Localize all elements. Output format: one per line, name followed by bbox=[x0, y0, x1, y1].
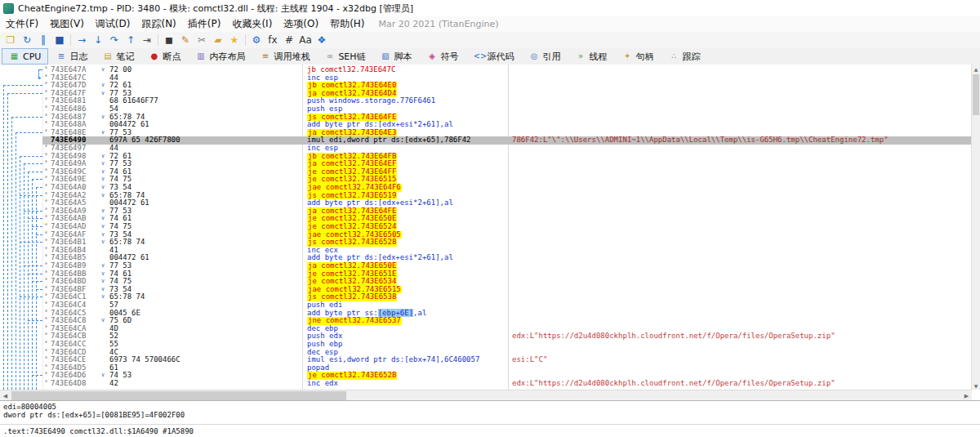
instruction-dot bbox=[45, 254, 47, 256]
disasm-row[interactable]: 743E64A5004472 61add byte ptr ds:[edx+es… bbox=[0, 199, 972, 207]
tab-threads[interactable]: »线程 bbox=[568, 48, 615, 65]
tab-source[interactable]: <>源代码 bbox=[466, 48, 522, 65]
disasm-row[interactable]: 743E647A∨72 00jb comctl32.743E647C bbox=[0, 66, 972, 74]
menu-trace[interactable]: 跟踪(N) bbox=[136, 16, 181, 32]
strings-az-icon: Aa bbox=[299, 34, 312, 46]
disasm-row[interactable]: 743E64B9∨77 53ja comctl32.743E650E bbox=[0, 262, 972, 270]
notes-pencil-button[interactable]: ✎ bbox=[177, 33, 194, 47]
menu-options[interactable]: 选项(O) bbox=[278, 16, 324, 32]
disasm-row[interactable]: 743E648168 61646F77push windows.storage.… bbox=[0, 97, 972, 105]
bytes-cell: 6973 74 5700466C bbox=[109, 356, 180, 364]
stop-button[interactable]: ■ bbox=[51, 33, 68, 47]
tab-seh[interactable]: ∞SEH链 bbox=[317, 48, 372, 65]
menu-debug[interactable]: 调试(D) bbox=[90, 16, 136, 32]
scroll-down-icon[interactable]: ▼ bbox=[972, 381, 980, 390]
menu-favourites[interactable]: 收藏夹(I) bbox=[226, 16, 278, 32]
step-over-button[interactable]: ↷ bbox=[106, 33, 122, 47]
disasm-row[interactable]: 743E64C1∨65:78 74js comctl32.743E6538 bbox=[0, 293, 972, 301]
menu-help[interactable]: 帮助(H) bbox=[324, 16, 370, 32]
disasm-row[interactable]: 743E64D842inc edxedx:L"https://d2u4d080c… bbox=[0, 380, 972, 388]
patches-icon: ▰ bbox=[214, 34, 221, 46]
favourites-button[interactable]: ★ bbox=[226, 33, 243, 47]
disasm-row[interactable]: 743E648A004472 61add byte ptr ds:[edx+es… bbox=[0, 121, 972, 129]
run-to-user-code-button[interactable]: ⇥ bbox=[139, 33, 155, 47]
calculator-fx-button[interactable]: fx bbox=[265, 33, 281, 47]
instruction-dot bbox=[45, 153, 47, 155]
vertical-scrollbar-thumb[interactable] bbox=[973, 74, 979, 115]
menu-items: 文件(F)视图(V)调试(D)跟踪(N)插件(P)收藏夹(I)选项(O)帮助(H… bbox=[0, 16, 371, 32]
disasm-row[interactable]: 743E6490697A 65 426F7800imul edi,dword p… bbox=[0, 136, 972, 145]
disasm-row[interactable]: 743E649E∨74 75je comctl32.743E6515 bbox=[0, 176, 972, 184]
disasm-row[interactable]: 743E648654push esp bbox=[0, 105, 972, 114]
appearance-window-button[interactable]: ❖ bbox=[314, 33, 330, 47]
disassembly-view[interactable]: ▶ 743E647A∨72 00jb comctl32.743E647C743E… bbox=[0, 65, 972, 390]
patches-button[interactable]: ▰ bbox=[210, 33, 226, 47]
calculator-fx-icon: fx bbox=[268, 34, 277, 46]
tab-cpu[interactable]: ▦CPU bbox=[2, 48, 48, 65]
tab-trace[interactable]: ∴跟踪 bbox=[662, 48, 708, 65]
disasm-row[interactable]: 743E64D561popad bbox=[0, 364, 972, 372]
snip-icon: ✂ bbox=[198, 34, 206, 46]
tab-symbols[interactable]: ◈符号 bbox=[420, 48, 466, 65]
snip-button[interactable]: ✂ bbox=[194, 33, 210, 47]
pause-button[interactable]: ‖ bbox=[35, 33, 51, 47]
breakpoint-hash-button[interactable]: # bbox=[281, 33, 297, 47]
disasm-row[interactable]: 743E64AD∨74 75je comctl32.743E6524 bbox=[0, 223, 972, 231]
address-cell: 743E64D8 bbox=[51, 380, 86, 388]
disasm-row[interactable]: 743E64C457push edi bbox=[0, 301, 972, 310]
disasm-row[interactable]: 743E649A∨77 53ja comctl32.743E64EF bbox=[0, 160, 972, 168]
tab-notes[interactable]: ▤笔记 bbox=[95, 48, 141, 65]
instruction-dot bbox=[45, 349, 47, 351]
disasm-row[interactable]: 743E64AB∨74 61je comctl32.743E650E bbox=[0, 215, 972, 223]
tab-log[interactable]: ≣日志 bbox=[48, 48, 95, 65]
disasm-row[interactable]: 743E649C∨74 61je comctl32.743E64FF bbox=[0, 168, 972, 176]
vertical-scrollbar[interactable]: ▲ ▼ bbox=[971, 65, 980, 390]
settings-gear-button[interactable]: ⚙ bbox=[248, 33, 265, 47]
disasm-row[interactable]: 743E64CE6973 74 5700466Cimul esi,dword p… bbox=[0, 356, 972, 364]
instruction-dot bbox=[45, 341, 47, 343]
tab-script[interactable]: ▧脚本 bbox=[373, 48, 420, 65]
disasm-row[interactable]: 743E64C8∨75 6Djne comctl32.743E6537 bbox=[0, 317, 972, 325]
menu-file[interactable]: 文件(F) bbox=[0, 16, 44, 32]
disasm-row[interactable]: 743E64CC55push ebp bbox=[0, 341, 972, 349]
step-into-button[interactable]: ↓ bbox=[90, 33, 106, 47]
restart-button[interactable]: ↻ bbox=[19, 33, 35, 47]
instruction-dot bbox=[45, 231, 47, 234]
disasm-row[interactable]: 743E64BD∨74 75je comctl32.743E6534 bbox=[0, 278, 972, 286]
disasm-row[interactable]: 743E64A0∨73 54jae comctl32.743E64F6 bbox=[0, 184, 972, 192]
menu-view[interactable]: 视图(V) bbox=[44, 16, 90, 32]
disasm-row[interactable]: 743E64B5004472 61add byte ptr ds:[edx+es… bbox=[0, 254, 972, 262]
disasm-row[interactable]: 743E6498∨72 61jb comctl32.743E64FB bbox=[0, 153, 972, 161]
tab-call-stack[interactable]: ≡调用堆栈 bbox=[252, 48, 317, 65]
run-button[interactable]: → bbox=[74, 33, 90, 47]
tab-breakpoints[interactable]: ●断点 bbox=[141, 48, 188, 65]
disasm-row[interactable]: 743E647D∨72 61jb comctl32.743E64E0 bbox=[0, 82, 972, 90]
disasm-row[interactable]: 743E64BF∨73 54jae comctl32.743E6515 bbox=[0, 286, 972, 294]
disasm-row[interactable]: 743E64CB52push edxedx:L"https://d2u4d080… bbox=[0, 332, 972, 341]
tab-references[interactable]: ◎引用 bbox=[522, 48, 568, 65]
jump-direction-icon: ∨ bbox=[101, 223, 105, 231]
open-file-button[interactable]: ❒ bbox=[2, 33, 19, 47]
scroll-up-icon[interactable]: ▲ bbox=[972, 65, 980, 73]
horizontal-scrollbar[interactable]: ◀ ▶ bbox=[0, 390, 972, 401]
strings-az-button[interactable]: Aa bbox=[297, 33, 314, 47]
animate-into-button[interactable]: ◼ bbox=[161, 33, 177, 47]
disasm-row[interactable]: 743E64C50045 6Eadd byte ptr ss:[ebp+6E],… bbox=[0, 310, 972, 318]
menu-plugins[interactable]: 插件(P) bbox=[182, 16, 227, 32]
tab-handles[interactable]: ✦句柄 bbox=[615, 48, 662, 65]
disasm-row[interactable]: 743E64AF∨73 54jae comctl32.743E6505 bbox=[0, 231, 972, 239]
jump-direction-icon: ∨ bbox=[101, 372, 105, 380]
step-out-button[interactable]: ↑ bbox=[122, 33, 139, 47]
horizontal-scrollbar-thumb[interactable] bbox=[11, 391, 346, 400]
info-panel: edi=80004005 dword ptr ds:[edx+65]=[0081… bbox=[0, 400, 980, 437]
disasm-row[interactable]: 743E64BB∨74 61je comctl32.743E651E bbox=[0, 270, 972, 279]
jump-direction-icon: ∨ bbox=[101, 262, 105, 270]
disasm-row[interactable]: 743E647C44inc esp bbox=[0, 74, 972, 82]
disasm-row[interactable]: 743E64A9∨77 53ja comctl32.743E64FE bbox=[0, 207, 972, 216]
disasm-row[interactable]: 743E649744inc esp bbox=[0, 145, 972, 153]
jump-direction-icon: ∨ bbox=[101, 239, 105, 247]
tab-memory-map[interactable]: ▥内存布局 bbox=[188, 48, 252, 65]
disasm-row[interactable]: 743E64B1∨65:78 74js comctl32.743E6528 bbox=[0, 239, 972, 247]
instruction-dot bbox=[45, 262, 47, 265]
breakpoint-icon: ● bbox=[149, 51, 159, 61]
